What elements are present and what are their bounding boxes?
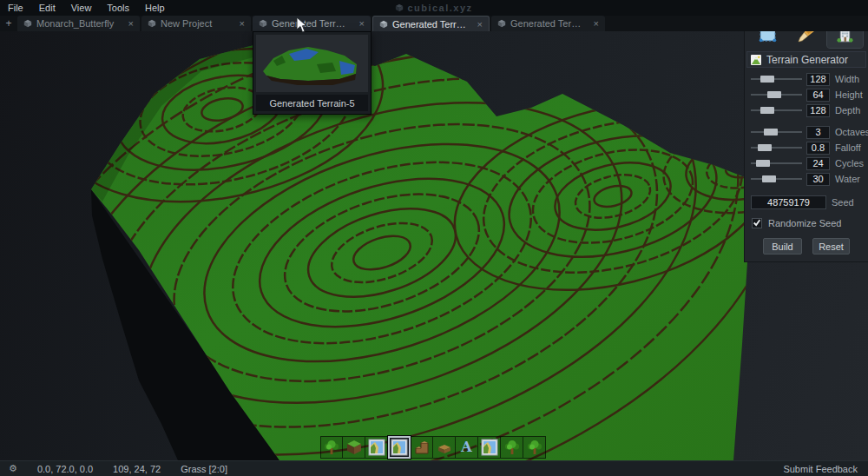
tab-close-icon[interactable]: × [472, 19, 483, 30]
falloff-slider[interactable] [751, 140, 802, 155]
tab-label: Generated Terrain [392, 19, 468, 30]
project-cube-icon [497, 19, 506, 28]
height-value-box[interactable]: 64 [806, 89, 830, 102]
menubar: File Edit View Tools Help cubical.xyz [0, 0, 868, 16]
tab-label: Generated Terrain-1 [510, 18, 584, 29]
tab-preview-popup: Generated Terrain-5 [253, 31, 372, 115]
reset-button[interactable]: Reset [812, 238, 850, 255]
menu-file[interactable]: File [0, 0, 31, 16]
depth-slider-handle[interactable] [760, 107, 774, 114]
width-slider-handle[interactable] [760, 76, 774, 83]
cycles-value-box[interactable]: 24 [806, 157, 830, 170]
block-position: 109, 24, 72 [113, 464, 161, 474]
hotbar-slot-text-tool[interactable]: A [456, 436, 478, 459]
height-label: Height [835, 89, 863, 100]
slider-row-octaves: 3 Octaves [745, 124, 868, 140]
slider-row-cycles: 24 Cycles [745, 155, 868, 171]
falloff-label: Falloff [835, 142, 861, 153]
app-window: File Edit View Tools Help cubical.xyz + … [0, 0, 868, 476]
tab-close-icon[interactable]: × [589, 18, 599, 29]
water-label: Water [835, 174, 860, 184]
menu-help[interactable]: Help [137, 0, 173, 16]
octaves-label: Octaves [835, 127, 868, 137]
hotbar-slot-terrain-painting-selected[interactable] [388, 436, 411, 459]
randomize-seed-checkbox[interactable] [752, 218, 762, 228]
project-cube-icon [379, 20, 388, 29]
cycles-label: Cycles [835, 158, 864, 169]
new-tab-button[interactable]: + [0, 16, 17, 31]
slider-row-height: 64 Height [745, 87, 868, 102]
wood-slab-icon [436, 439, 453, 456]
hotbar-slot-tree-3[interactable] [523, 436, 546, 459]
tab-label: Generated Terrain-5 [272, 18, 350, 29]
menu-tools[interactable]: Tools [99, 0, 137, 16]
octaves-slider-handle[interactable] [764, 129, 778, 136]
wood-stairs-icon [413, 439, 431, 456]
tab-monarch-butterfly[interactable]: Monarch_Butterfly × [17, 16, 140, 31]
tab-preview-thumbnail [256, 35, 368, 92]
hotbar-slot-grass-block[interactable] [343, 436, 365, 459]
cycles-slider[interactable] [751, 155, 802, 171]
octaves-value-box[interactable]: 3 [806, 126, 830, 139]
hotbar: A [320, 436, 546, 459]
depth-value-box[interactable]: 128 [806, 104, 830, 117]
build-button[interactable]: Build [763, 238, 802, 255]
terrain-map-icon [751, 55, 761, 65]
grass-block-icon [345, 439, 363, 456]
camera-position: 0.0, 72.0, 0.0 [37, 464, 93, 474]
panel-header: Terrain Generator [746, 51, 866, 68]
slider-row-width: 128 Width [745, 71, 868, 87]
seed-row: 48759179 Seed [745, 195, 868, 210]
height-slider[interactable] [751, 87, 802, 102]
menu-edit[interactable]: Edit [31, 0, 63, 16]
settings-gear-icon[interactable]: ⚙ [9, 463, 17, 474]
falloff-value-box[interactable]: 0.8 [806, 142, 830, 155]
tree-icon [323, 439, 340, 456]
width-value-box[interactable]: 128 [806, 73, 830, 86]
depth-slider[interactable] [751, 102, 802, 118]
hotbar-slot-terrain-painting[interactable] [365, 436, 388, 459]
viewport-3d[interactable]: A [0, 31, 868, 460]
project-cube-icon [148, 19, 156, 28]
hotbar-slot-wood-slab[interactable] [433, 436, 456, 459]
slider-row-depth: 128 Depth [745, 102, 868, 118]
tree-icon [526, 439, 543, 456]
terrain-render[interactable] [0, 31, 868, 460]
tab-close-icon[interactable]: × [234, 18, 245, 29]
width-slider[interactable] [751, 71, 802, 87]
depth-label: Depth [835, 105, 860, 116]
tab-generated-terrain[interactable]: Generated Terrain × [372, 16, 490, 31]
tab-label: Monarch_Butterfly [36, 18, 119, 29]
randomize-seed-row: Randomize Seed [745, 215, 868, 231]
terrain-painting-icon [481, 439, 498, 456]
submit-feedback-link[interactable]: Submit Feedback [783, 464, 858, 474]
tab-label: New Project [161, 18, 230, 29]
hotbar-slot-wood-stairs[interactable] [411, 436, 433, 459]
water-slider-handle[interactable] [762, 175, 776, 182]
menu-view[interactable]: View [63, 0, 100, 16]
project-cube-icon [259, 19, 267, 28]
logo-text: cubical.xyz [407, 3, 472, 13]
tab-new-project[interactable]: New Project × [141, 16, 251, 31]
terrain-generator-panel: Terrain Generator 128 Width 64 Height 12… [744, 16, 868, 262]
tab-generated-terrain-1[interactable]: Generated Terrain-1 × [491, 16, 605, 31]
water-value-box[interactable]: 30 [806, 173, 830, 186]
tab-generated-terrain-5[interactable]: Generated Terrain-5 × [253, 16, 371, 31]
water-slider[interactable] [751, 171, 802, 187]
tab-close-icon[interactable]: × [123, 18, 134, 29]
hotbar-slot-tree-2[interactable] [501, 436, 523, 459]
octaves-slider[interactable] [751, 124, 802, 140]
selected-block: Grass [2:0] [181, 464, 227, 474]
hotbar-slot-terrain-painting-2[interactable] [478, 436, 501, 459]
hotbar-slot-tree[interactable] [320, 436, 343, 459]
slider-row-water: 30 Water [745, 171, 868, 187]
cycles-slider-handle[interactable] [756, 160, 770, 167]
width-label: Width [835, 74, 859, 84]
tab-close-icon[interactable]: × [354, 18, 365, 29]
seed-input[interactable]: 48759179 [751, 195, 826, 209]
project-cube-icon [23, 19, 32, 28]
falloff-slider-handle[interactable] [758, 144, 772, 151]
slider-row-falloff: 0.8 Falloff [745, 140, 868, 155]
height-slider-handle[interactable] [767, 91, 781, 98]
panel-title: Terrain Generator [765, 54, 865, 66]
